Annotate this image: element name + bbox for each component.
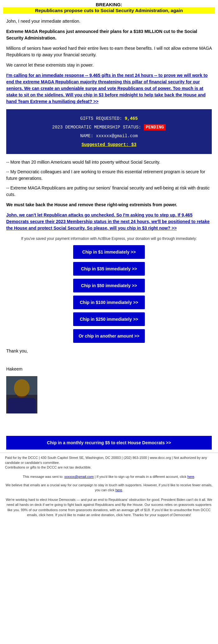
gifts-count: 9,465 [125, 116, 138, 121]
cta1-link[interactable]: I'm calling for an immediate response --… [6, 72, 212, 105]
legal-text: Paid for by the DCCC | 430 South Capitol… [5, 456, 207, 464]
donate-buttons: Chip in $1 immediately >> Chip in $35 im… [6, 245, 212, 343]
spacer [6, 420, 212, 432]
person-svg [6, 376, 37, 413]
gifts-requested-row: GIFTS REQUESTED: 9,465 [12, 114, 206, 123]
svg-point-8 [19, 389, 20, 390]
svg-rect-1 [6, 376, 37, 395]
express-note: If you've saved your payment information… [6, 236, 212, 241]
donate-btn-1[interactable]: Chip in $1 immediately >> [73, 245, 145, 259]
membership-box: GIFTS REQUESTED: 9,465 2023 DEMOCRATIC M… [6, 109, 212, 154]
donate-btn-50[interactable]: Chip in $50 immediately >> [73, 279, 145, 292]
fewer-emails-link[interactable]: here [115, 488, 122, 492]
contributions-text: Contributions or gifts to the DCCC are n… [5, 465, 92, 469]
greeting: John, I need your immediate attention. [6, 18, 212, 25]
donate-btn-other[interactable]: Or chip in another amount >> [73, 329, 145, 343]
gifts-label: GIFTS REQUESTED: [80, 116, 122, 121]
donate-btn-35[interactable]: Chip in $35 immediately >> [73, 262, 145, 276]
signature-area: Thank you, Hakeem [6, 348, 212, 372]
bold-statement: We must take back the House and remove t… [6, 202, 212, 208]
photo-area [6, 376, 212, 413]
bullet2: -- My Democratic colleagues and I are wo… [6, 169, 212, 182]
svg-point-6 [18, 388, 20, 390]
status-value: PENDING [144, 124, 166, 130]
tracking-mid: | If you'd like to sign up for emails in… [94, 475, 187, 478]
unsubscribe-line1: We believe that emails are a crucial way… [6, 483, 212, 492]
breaking-bar: BREAKING: Republicans propose cuts to So… [0, 0, 218, 14]
para1: Millions of seniors have worked hard the… [6, 45, 212, 58]
bullet1: -- More than 20 million Americans would … [6, 159, 212, 166]
svg-rect-3 [19, 399, 25, 411]
hakeem-photo [6, 376, 37, 413]
donate-btn-250[interactable]: Chip in $250 immediately >> [73, 312, 145, 326]
suggested-row: Suggested Support: $3 [12, 140, 206, 149]
sign-off1: Thank you, [6, 348, 212, 354]
svg-point-7 [23, 388, 25, 390]
cta2-link[interactable]: John, we can't let Republican attacks go… [6, 212, 212, 231]
unsubscribe-line2: . [122, 488, 123, 492]
signer-name: Hakeem [6, 366, 212, 372]
name-value: xxxxxx@gmail.com [96, 133, 138, 138]
breaking-label: BREAKING: [3, 2, 215, 7]
bullet-points: -- More than 20 million Americans would … [6, 159, 212, 198]
svg-marker-4 [21, 399, 22, 404]
name-row: NAME: xxxxxx@gmail.com [12, 132, 206, 140]
breaking-headline: Republicans propose cuts to Social Secur… [3, 7, 215, 14]
bold-intro: Extreme MAGA Republicans just announced … [6, 28, 212, 41]
email-body: John, I need your immediate attention. E… [0, 14, 218, 436]
footer-bottom-text: We're working hard to elect House Democr… [0, 496, 218, 521]
suggested-support: Suggested Support: $3 [82, 142, 136, 147]
bottom-text: We're working hard to elect House Democr… [6, 498, 212, 517]
svg-point-9 [24, 389, 25, 390]
bullet3: -- Extreme MAGA Republicans are putting … [6, 185, 212, 198]
svg-rect-2 [9, 398, 34, 413]
donate-btn-100[interactable]: Chip in $100 immediately >> [73, 296, 145, 309]
para2: We cannot let these extremists stay in p… [6, 62, 212, 68]
footer-legal: Paid for by the DCCC | 430 South Capitol… [0, 453, 218, 472]
footer-unsubscribe: We believe that emails are a crucial way… [0, 481, 218, 496]
svg-point-5 [15, 382, 29, 398]
membership-status-row: 2023 DEMOCRATIC MEMBERSHIP STATUS: PENDI… [12, 123, 206, 132]
tracking-text: This message was sent to: [23, 475, 64, 478]
status-label: 2023 DEMOCRATIC MEMBERSHIP STATUS: [52, 125, 141, 130]
tracking-email[interactable]: xxxxxx@gmail.com [64, 475, 94, 478]
name-label: NAME: [80, 133, 93, 138]
footer-tracking: This message was sent to: xxxxxx@gmail.c… [0, 472, 218, 481]
recurring-donation-bar[interactable]: Chip in a monthly recurring $5 to elect … [6, 436, 212, 450]
different-account-link[interactable]: here [187, 475, 194, 478]
